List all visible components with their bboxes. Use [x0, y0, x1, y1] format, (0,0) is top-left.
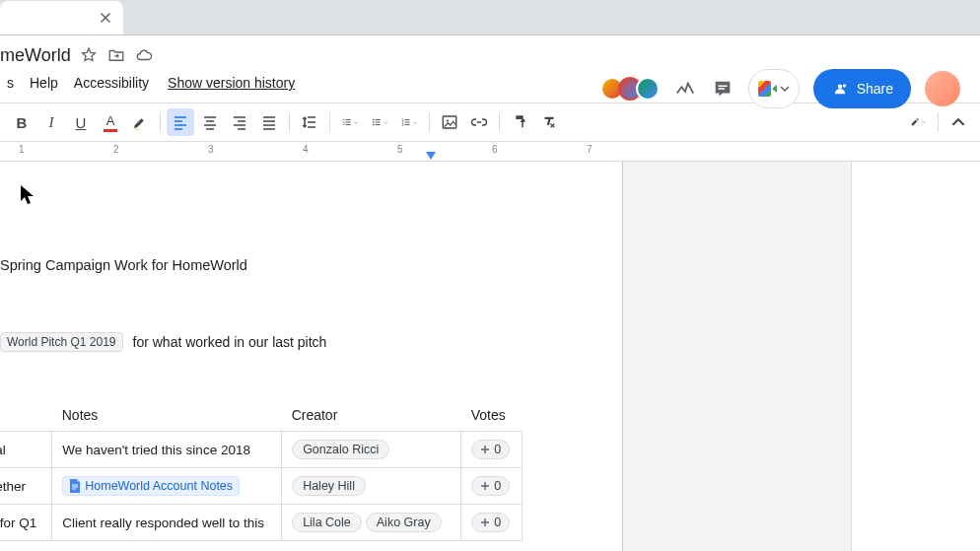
table-cell[interactable]: own and targets for Q1 — [0, 505, 52, 541]
person-chip[interactable]: Lila Cole — [292, 513, 362, 532]
table-cell-notes[interactable]: Client really responded well to this — [52, 505, 282, 541]
bulleted-list-button[interactable] — [366, 108, 393, 136]
table-cell-creator[interactable]: Haley Hill — [282, 468, 461, 505]
menu-item-accessibility[interactable]: Accessibility — [67, 73, 156, 93]
table-cell-creator[interactable]: Lila ColeAiko Gray — [282, 505, 461, 541]
docs-header: meWorld s Help Accessibility Show versio… — [0, 35, 980, 97]
chevron-down-icon — [780, 84, 790, 94]
line-spacing-button[interactable] — [296, 108, 323, 136]
format-toolbar: B I U A 123 — [0, 103, 980, 142]
share-button[interactable]: Share — [813, 69, 911, 108]
table-header-creator: Creator — [282, 399, 461, 432]
bold-button[interactable]: B — [8, 108, 35, 136]
svg-point-0 — [842, 84, 845, 87]
svg-text:3: 3 — [402, 123, 404, 127]
smart-chip-reference[interactable]: World Pitch Q1 2019 — [0, 332, 123, 352]
horizontal-ruler[interactable]: 1· · · · · · ·2· · · · · · ·3· · · · · ·… — [0, 142, 980, 162]
document-title[interactable]: meWorld — [0, 45, 71, 66]
italic-button[interactable]: I — [37, 108, 65, 136]
checklist-button[interactable] — [336, 108, 364, 136]
table-cell[interactable]: story we put together — [0, 468, 52, 505]
activity-icon[interactable] — [673, 77, 697, 101]
table-cell[interactable]: ial garden vertical — [0, 432, 52, 468]
align-right-button[interactable] — [226, 108, 253, 136]
browser-tabbar — [0, 0, 980, 35]
ruler-tick: 1 — [19, 144, 25, 155]
clear-format-button[interactable] — [535, 108, 563, 136]
table-cell-creator[interactable]: Gonzalo Ricci — [282, 432, 461, 468]
margin-area — [623, 162, 852, 551]
table-header-votes: Votes — [461, 399, 523, 432]
numbered-list-button[interactable]: 123 — [395, 108, 423, 136]
svg-point-8 — [447, 119, 449, 121]
person-chip[interactable]: Haley Hill — [292, 476, 366, 496]
editor-canvas: Spring Campaign Work for HomeWorld World… — [0, 162, 980, 551]
highlight-button[interactable] — [126, 108, 154, 136]
ruler-tick: 3 — [208, 144, 214, 155]
person-chip[interactable]: Gonzalo Ricci — [292, 440, 389, 459]
align-left-button[interactable] — [167, 108, 194, 136]
insert-link-button[interactable] — [465, 108, 493, 136]
vote-chip[interactable]: 0 — [471, 476, 510, 496]
collaborator-avatars[interactable] — [606, 77, 660, 101]
menu-item-truncated[interactable]: s — [0, 73, 21, 93]
account-avatar[interactable] — [925, 71, 960, 106]
close-tab-icon[interactable] — [98, 10, 113, 26]
table-cell-votes[interactable]: 0 — [461, 468, 523, 505]
table-row[interactable]: own and targets for Q1Client really resp… — [0, 505, 523, 541]
star-icon[interactable] — [79, 45, 99, 65]
align-justify-button[interactable] — [255, 108, 283, 136]
version-history-link[interactable]: Show version history — [168, 75, 295, 91]
cloud-status-icon[interactable] — [134, 45, 154, 65]
ruler-tick: 5 — [397, 144, 403, 155]
move-folder-icon[interactable] — [106, 45, 126, 65]
svg-point-1 — [373, 119, 375, 121]
meet-icon — [758, 79, 778, 99]
underline-button[interactable]: U — [67, 108, 95, 136]
vote-chip[interactable]: 0 — [471, 440, 510, 459]
table-cell-votes[interactable]: 0 — [461, 432, 523, 468]
plus-icon — [480, 445, 490, 454]
svg-point-2 — [373, 121, 375, 123]
comment-history-icon[interactable] — [711, 77, 735, 101]
paint-format-button[interactable] — [506, 108, 533, 136]
plus-icon — [480, 517, 490, 527]
table-row[interactable]: ial garden verticalWe haven't tried this… — [0, 432, 523, 468]
meet-button[interactable] — [748, 69, 800, 108]
body-text[interactable]: for what worked in our last pitch — [133, 334, 327, 350]
svg-point-3 — [373, 124, 375, 126]
people-icon — [831, 80, 849, 98]
table-cell-votes[interactable]: 0 — [461, 505, 523, 541]
table-row[interactable]: story we put togetherHomeWorld Account N… — [0, 468, 523, 505]
document-page[interactable]: Spring Campaign Work for HomeWorld World… — [0, 162, 623, 551]
page-heading[interactable]: Spring Campaign Work for HomeWorld — [0, 257, 602, 273]
plus-icon — [480, 481, 490, 491]
ruler-tick: 4 — [303, 144, 309, 155]
table-header — [0, 399, 52, 432]
editing-mode-button[interactable] — [904, 108, 932, 136]
doc-link-chip[interactable]: HomeWorld Account Notes — [62, 476, 240, 496]
table-header-notes: Notes — [52, 399, 282, 432]
docs-file-icon — [69, 479, 81, 493]
vote-chip[interactable]: 0 — [471, 513, 510, 532]
collapse-toolbar-button[interactable] — [945, 108, 972, 136]
insert-image-button[interactable] — [436, 108, 463, 136]
person-chip[interactable]: Aiko Gray — [366, 513, 442, 532]
ruler-tick: 6 — [492, 144, 498, 155]
avatar[interactable] — [636, 77, 660, 101]
ideas-table[interactable]: Notes Creator Votes ial garden verticalW… — [0, 399, 523, 541]
table-cell-notes[interactable]: We haven't tried this since 2018 — [52, 432, 282, 468]
align-center-button[interactable] — [196, 108, 224, 136]
side-panel — [852, 162, 980, 551]
browser-tab[interactable] — [0, 1, 123, 34]
table-cell-notes[interactable]: HomeWorld Account Notes — [52, 468, 282, 505]
text-color-button[interactable]: A — [97, 108, 124, 136]
ruler-tick: 2 — [113, 144, 119, 155]
menu-item-help[interactable]: Help — [23, 73, 65, 93]
ruler-tick: 7 — [587, 144, 593, 155]
share-label: Share — [857, 81, 893, 97]
